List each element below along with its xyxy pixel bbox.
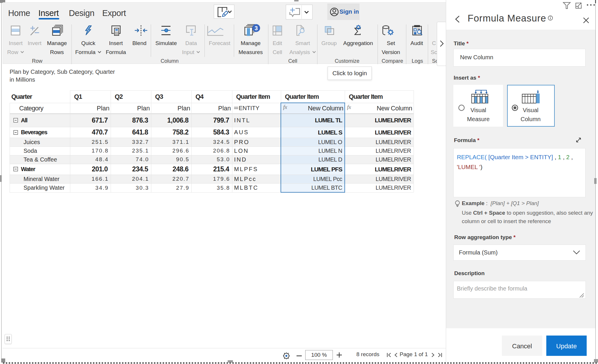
svg-text:3: 3: [254, 25, 258, 31]
